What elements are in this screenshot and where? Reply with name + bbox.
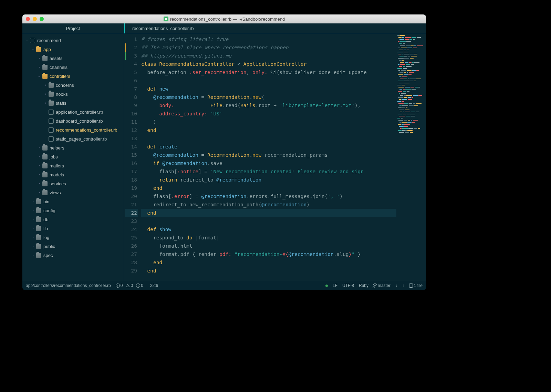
minimize-window-button[interactable] [33,17,37,21]
tree-item-label: static_pages_controller.rb [56,136,107,142]
tree-item[interactable]: ›spec [22,251,124,260]
tree-item[interactable]: ›db [22,215,124,224]
tree-item[interactable]: ›services [22,179,124,188]
tree-item[interactable]: dashboard_controller.rb [22,116,124,125]
tree-item[interactable]: ›models [22,170,124,179]
tree-item[interactable]: static_pages_controller.rb [22,134,124,143]
cursor-position[interactable]: 22:6 [150,283,158,288]
tree-item[interactable]: ›config [22,206,124,215]
chevron-right-icon[interactable]: › [38,146,41,149]
code-line[interactable]: end [141,258,396,267]
chevron-down-icon[interactable]: ⌄ [31,48,35,51]
code-line[interactable]: format.pdf { render pdf: "recommendation… [141,250,396,258]
chevron-right-icon[interactable]: › [31,200,35,203]
minimap[interactable] [396,34,426,281]
code-line[interactable]: def show [141,225,396,234]
code-line[interactable]: class RecommendationsController < Applic… [141,60,396,68]
code-line[interactable]: ## The magical place where recommendatio… [141,43,396,52]
code-line[interactable]: redirect_to new_recommendation_path(@rec… [141,200,396,209]
tree-item[interactable]: ›concerns [22,81,124,90]
code-line[interactable]: flash[:notice] = 'New recommendation cre… [141,167,396,176]
tree-item[interactable]: ›staffs [22,99,124,107]
tree-item[interactable]: ⌄app [22,45,124,54]
chevron-down-icon[interactable]: ⌄ [25,39,29,42]
code-line[interactable]: def create [141,143,396,151]
project-panel-header[interactable]: Project [22,23,124,33]
chevron-right-icon[interactable]: › [31,254,35,257]
code-line[interactable]: end [141,209,396,217]
code-line[interactable]: flash[:error] = @recommendation.errors.f… [141,192,396,200]
tree-item[interactable]: ›log [22,233,124,242]
tree-item[interactable]: ›lib [22,224,124,233]
project-tree[interactable]: ⌄recommend⌄app›assets›channels⌄controlle… [22,34,124,281]
chevron-right-icon[interactable]: › [31,245,35,248]
code-line[interactable] [141,134,396,143]
code-area[interactable]: # frozen_string_literal: true## The magi… [140,34,396,281]
editor-tab[interactable]: recommendations_controller.rb [124,23,201,33]
tree-item[interactable]: recommendations_controller.rb [22,125,124,134]
chevron-right-icon[interactable]: › [38,155,41,158]
code-line[interactable]: respond_to do |format| [141,234,396,242]
code-line[interactable]: end [141,184,396,192]
tree-item[interactable]: ›public [22,242,124,251]
code-line[interactable]: end [141,126,396,134]
code-line[interactable]: address_country: 'US' [141,110,396,118]
code-line[interactable] [141,76,396,85]
chevron-right-icon[interactable]: › [38,65,41,69]
chevron-right-icon[interactable]: › [31,218,35,221]
tree-item[interactable]: ›bin [22,197,124,206]
close-window-button[interactable] [26,17,30,21]
chevron-right-icon[interactable]: › [31,209,35,212]
code-line[interactable]: def new [141,85,396,93]
zoom-window-button[interactable] [40,17,44,21]
line-ending[interactable]: LF [333,283,337,288]
chevron-right-icon[interactable]: › [44,83,47,87]
code-line[interactable] [141,217,396,225]
minimap-line [397,103,425,104]
tree-item[interactable]: ›views [22,188,124,197]
code-line[interactable]: return redirect_to @recommendation [141,176,396,184]
code-line[interactable]: ) [141,118,396,126]
repo-icon [30,38,35,43]
code-line[interactable]: ## https://recommend.gilani.me [141,52,396,60]
tree-item[interactable]: ›jobs [22,152,124,161]
tree-item[interactable]: application_controller.rb [22,107,124,116]
tree-item[interactable]: ›channels [22,63,124,72]
code-editor[interactable]: 1234567891011121314151617181920212223242… [124,34,426,281]
code-line[interactable]: if @recommendation.save [141,159,396,167]
chevron-right-icon[interactable]: › [31,227,35,230]
tree-item[interactable]: ⌄controllers [22,72,124,81]
file-type-icon [164,17,168,21]
status-path[interactable]: app/controllers/recommendations_controll… [26,283,111,288]
git-branch[interactable]: master [373,283,391,288]
code-line[interactable]: @recommendation = Recommendation.new( [141,93,396,101]
file-icon [409,283,413,288]
code-line[interactable]: # frozen_string_literal: true [141,35,396,43]
encoding[interactable]: UTF-8 [342,283,354,288]
git-pull-icon[interactable]: ↓ [395,283,397,288]
chevron-right-icon[interactable]: › [44,92,47,96]
tree-item[interactable]: ›hooks [22,90,124,99]
tree-item[interactable]: ⌄recommend [22,36,124,45]
tree-item[interactable]: ›helpers [22,143,124,152]
tree-item-label: helpers [50,145,64,151]
tree-item[interactable]: ›assets [22,54,124,63]
chevron-right-icon[interactable]: › [38,56,41,60]
language-mode[interactable]: Ruby [359,283,368,288]
chevron-right-icon[interactable]: › [38,191,41,194]
chevron-right-icon[interactable]: › [38,182,41,185]
code-line[interactable]: format.html [141,242,396,250]
chevron-right-icon[interactable]: › [38,173,41,176]
code-line[interactable]: body: File.read(Rails.root + 'lib/templa… [141,101,396,110]
diagnostics[interactable]: !0 0 i0 [116,283,145,288]
chevron-down-icon[interactable]: ⌄ [38,74,41,78]
code-line[interactable]: before_action :set_recommendation, only:… [141,68,396,76]
code-line[interactable]: @recommendation = Recommendation.new rec… [141,151,396,159]
code-line[interactable]: end [141,267,396,275]
chevron-right-icon[interactable]: › [38,164,41,167]
changed-files[interactable]: 1 file [409,283,423,288]
tree-item[interactable]: ›mailers [22,161,124,170]
git-push-icon[interactable]: ↑ [402,283,404,288]
chevron-right-icon[interactable]: › [31,236,35,239]
chevron-right-icon[interactable]: › [44,101,47,105]
